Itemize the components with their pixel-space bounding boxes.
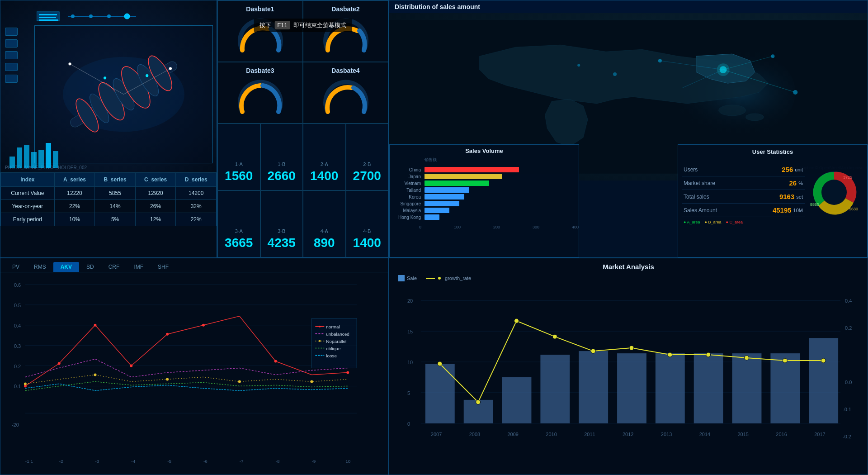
num-box-3a: 3-A 3665 xyxy=(217,190,260,257)
svg-point-133 xyxy=(629,346,634,350)
ctrl-btn-3[interactable] xyxy=(5,51,18,59)
bar-country-label: Tailand xyxy=(395,188,425,193)
tab-shf[interactable]: SHF xyxy=(151,262,176,272)
svg-text:2013: 2013 xyxy=(661,432,672,437)
signal-tabs[interactable]: PV RMS AKV SD CRF IMF SHF xyxy=(0,258,388,272)
svg-text:2017: 2017 xyxy=(814,432,825,437)
svg-text:-2: -2 xyxy=(59,459,63,464)
svg-text:2014: 2014 xyxy=(699,432,710,437)
svg-point-88 xyxy=(310,380,313,383)
svg-point-87 xyxy=(238,380,241,383)
svg-point-129 xyxy=(476,400,481,404)
controls-left xyxy=(5,28,18,83)
svg-text:15: 15 xyxy=(407,329,413,334)
number-boxes-top: 1-A 1560 1-B 2660 2-A 1400 2-B 2700 xyxy=(217,124,388,190)
svg-point-44 xyxy=(613,72,617,76)
svg-text:unbalanced: unbalanced xyxy=(326,332,349,337)
num-box-1a: 1-A 1560 xyxy=(217,124,260,190)
svg-text:0.5: 0.5 xyxy=(14,303,21,308)
photo-panel: PHOTO_IMAGE_PLACE_HOLDER_002 index xyxy=(0,0,217,258)
svg-point-82 xyxy=(274,360,277,363)
svg-point-22 xyxy=(104,76,106,79)
svg-text:2010: 2010 xyxy=(546,432,557,437)
svg-point-84 xyxy=(24,382,27,385)
legend-growth: growth_rate xyxy=(426,275,471,281)
bar-row: Malaysia xyxy=(395,208,573,213)
svg-point-132 xyxy=(591,349,595,353)
svg-text:loose: loose xyxy=(326,353,337,358)
svg-point-86 xyxy=(166,378,169,380)
stat-users: Users 256 unit xyxy=(682,163,805,176)
svg-rect-24 xyxy=(9,157,15,168)
market-title: Market Analysis xyxy=(389,258,868,275)
tab-imf[interactable]: IMF xyxy=(127,262,151,272)
num-box-2a: 2-A 1400 xyxy=(303,124,346,190)
svg-text:8865: 8865 xyxy=(810,202,819,207)
col-index: index xyxy=(1,173,55,187)
bar-fill xyxy=(425,214,439,220)
bar-fill xyxy=(425,187,469,193)
bar-country-label: Hong Kong xyxy=(395,215,425,220)
svg-point-138 xyxy=(821,358,826,363)
svg-text:-5: -5 xyxy=(167,459,171,464)
sales-unit: 销售额 xyxy=(390,157,579,164)
svg-text:5: 5 xyxy=(407,390,410,396)
sale-legend-icon xyxy=(398,275,405,281)
ctrl-btn-2[interactable] xyxy=(5,39,18,48)
gauge-3: Dasbate3 xyxy=(217,62,303,124)
svg-text:0.3: 0.3 xyxy=(14,343,21,349)
svg-point-79 xyxy=(130,365,132,367)
svg-point-135 xyxy=(706,352,711,357)
svg-text:2011: 2011 xyxy=(584,432,595,437)
stat-sales-amount: Sales Amount 45195 10M xyxy=(682,204,805,217)
table-row: Early period 10% 5% 12% 22% xyxy=(1,213,217,226)
user-stats-panel: User Statistics Users 256 unit Market sh… xyxy=(678,144,868,257)
bar-fill xyxy=(425,201,459,206)
ctrl-btn-1[interactable] xyxy=(5,28,18,36)
tab-rms[interactable]: RMS xyxy=(27,262,53,272)
svg-text:2009: 2009 xyxy=(508,432,519,437)
col-b: B_series xyxy=(95,173,136,187)
svg-point-78 xyxy=(94,324,97,327)
svg-point-42 xyxy=(771,54,774,58)
num-box-1b: 1-B 2660 xyxy=(260,124,303,190)
tab-crf[interactable]: CRF xyxy=(101,262,127,272)
bar-row: Tailand xyxy=(395,187,573,193)
svg-text:-4: -4 xyxy=(131,459,135,464)
signal-chart-area: 0.6 0.5 0.4 0.3 0.2 0.1 -20 -1 1 -2 -3 xyxy=(0,272,388,468)
bar-row: Hong Kong xyxy=(395,214,573,220)
svg-text:0.6: 0.6 xyxy=(14,282,21,288)
svg-rect-124 xyxy=(694,353,723,423)
col-a: A_series xyxy=(54,173,95,187)
svg-point-130 xyxy=(514,318,519,323)
svg-point-6 xyxy=(89,14,93,18)
bar-country-label: Vietnam xyxy=(395,181,425,186)
gauge-4: Dasbate4 xyxy=(303,62,388,124)
ctrl-btn-4[interactable] xyxy=(5,63,18,71)
svg-point-77 xyxy=(58,362,61,365)
svg-rect-27 xyxy=(31,152,37,168)
tab-akv[interactable]: AKV xyxy=(53,262,79,272)
gauge-svg-3 xyxy=(236,78,285,119)
svg-point-136 xyxy=(744,356,749,360)
svg-point-7 xyxy=(107,14,111,18)
svg-text:-6: -6 xyxy=(203,459,208,464)
svg-point-96 xyxy=(319,340,321,342)
sales-volume-panel: Sales Volume 销售额 ChinaJapanVietnamTailan… xyxy=(389,144,579,257)
svg-point-34 xyxy=(746,114,764,121)
svg-text:-7: -7 xyxy=(240,459,244,464)
svg-text:10: 10 xyxy=(345,459,351,464)
stat-total-sales: Total sales 9163 set xyxy=(682,190,805,204)
svg-rect-3 xyxy=(39,19,58,21)
svg-text:0.0: 0.0 xyxy=(845,380,852,385)
svg-point-5 xyxy=(71,14,75,18)
stat-market-share: Market share 26 % xyxy=(682,176,805,190)
signal-panel: PV RMS AKV SD CRF IMF SHF 0.6 0.5 0.4 0.… xyxy=(0,258,389,475)
svg-point-41 xyxy=(793,90,797,95)
svg-point-33 xyxy=(719,105,746,116)
tab-sd[interactable]: SD xyxy=(79,262,101,272)
ctrl-btn-5[interactable] xyxy=(5,75,18,83)
tab-pv[interactable]: PV xyxy=(5,262,27,272)
bar-row: Singapore xyxy=(395,201,573,206)
svg-rect-28 xyxy=(38,150,44,168)
